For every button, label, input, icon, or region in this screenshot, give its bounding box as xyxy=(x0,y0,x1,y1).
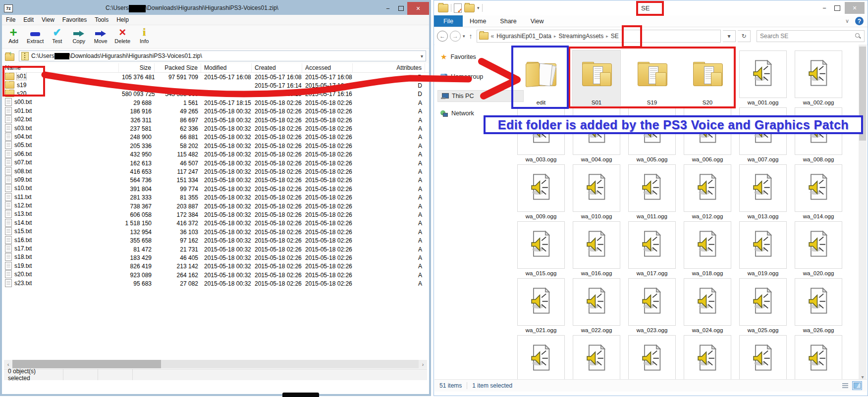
column-header-name[interactable]: Name xyxy=(2,63,119,72)
table-row[interactable]: s09.txt564 736151 3342015-05-18 00:32201… xyxy=(2,176,429,185)
horizontal-scrollbar[interactable]: ‹ › xyxy=(4,360,427,368)
grid-item-wa_018.ogg[interactable]: wa_018.ogg xyxy=(684,221,731,276)
tab-share[interactable]: Share xyxy=(493,15,523,27)
grid-item-wa_013.ogg[interactable]: wa_013.ogg xyxy=(739,164,787,219)
table-row[interactable]: s07.txt162 61346 5072015-05-18 00:322015… xyxy=(2,159,429,167)
grid-item-wa_010.ogg[interactable]: wa_010.ogg xyxy=(573,164,620,219)
menu-item-view[interactable]: View xyxy=(42,16,54,23)
copy-button[interactable]: Copy xyxy=(70,26,87,44)
minimize-button[interactable]: − xyxy=(819,2,830,13)
folder-icon[interactable] xyxy=(438,4,448,12)
grid-item-wa_016.ogg[interactable]: wa_016.ogg xyxy=(573,221,620,276)
address-dropdown-icon[interactable]: ▾ xyxy=(723,30,736,42)
file-list-header[interactable]: NameSizePacked SizeModifiedCreatedAccess… xyxy=(2,63,429,73)
grid-item[interactable] xyxy=(628,335,676,381)
sevenzip-titlebar[interactable]: 7z C:\Users\Downloads\Higurashi\Higurash… xyxy=(2,2,429,15)
maximize-button[interactable] xyxy=(394,2,407,15)
grid-item-wa_014.ogg[interactable]: wa_014.ogg xyxy=(795,164,842,219)
table-row[interactable]: s00.txt29 6881 5612015-05-17 18:152015-0… xyxy=(2,99,429,107)
breadcrumb[interactable]: « HigurashiEp01_Data▸StreamingAssets▸SE xyxy=(477,30,721,43)
grid-item-wa_012.ogg[interactable]: wa_012.ogg xyxy=(684,164,731,219)
recent-locations-icon[interactable]: ▾ xyxy=(463,34,465,39)
table-row[interactable]: s10.txt391 80499 7742015-05-18 00:322015… xyxy=(2,185,429,193)
column-header-size[interactable]: Size xyxy=(119,63,155,72)
table-row[interactable]: s11.txt281 33381 3552015-05-18 00:322015… xyxy=(2,193,429,201)
refresh-icon[interactable]: ↻ xyxy=(738,30,751,42)
grid-item-wa_024.ogg[interactable]: wa_024.ogg xyxy=(684,278,731,333)
back-button[interactable]: ← xyxy=(437,31,448,42)
grid-item-wa_019.ogg[interactable]: wa_019.ogg xyxy=(739,221,787,276)
explorer-titlebar[interactable]: ▾ SE − × xyxy=(434,0,868,15)
properties-icon[interactable] xyxy=(454,3,462,13)
details-view-button[interactable] xyxy=(840,381,850,390)
grid-item[interactable] xyxy=(739,335,787,381)
grid-item-wa_021.ogg[interactable]: wa_021.ogg xyxy=(517,278,565,333)
info-button[interactable]: iInfo xyxy=(136,26,153,44)
table-row[interactable]: s17.txt81 47221 7312015-05-18 00:322015-… xyxy=(2,245,429,253)
test-button[interactable]: ✔Test xyxy=(49,26,65,44)
breadcrumb-item-higurashiep01_data[interactable]: HigurashiEp01_Data xyxy=(496,33,551,40)
vertical-scrollbar[interactable]: ▾ xyxy=(859,45,867,381)
table-row[interactable]: s15.txt132 95436 1032015-05-18 00:322015… xyxy=(2,228,429,236)
tab-view[interactable]: View xyxy=(524,15,551,27)
grid-item[interactable] xyxy=(795,335,842,381)
grid-item[interactable] xyxy=(684,335,731,381)
maximize-button[interactable] xyxy=(832,2,843,13)
sidebar-item-network[interactable]: Network xyxy=(440,108,474,119)
table-row[interactable]: s02.txt326 31186 6972015-05-18 00:322015… xyxy=(2,116,429,124)
breadcrumb-item-se[interactable]: SE xyxy=(611,33,619,40)
table-row[interactable]: s05.txt205 33658 2022015-05-18 00:322015… xyxy=(2,142,429,150)
table-row[interactable]: s20580 093 725543 383 9662015-05-17 16:1… xyxy=(2,90,429,99)
forward-button[interactable]: → xyxy=(450,31,461,42)
search-input[interactable]: Search SE xyxy=(757,30,865,42)
archive-path-combobox[interactable]: C:\Users\Downloads\Higurashi\HigurashiPS… xyxy=(19,50,426,61)
tab-file[interactable]: File xyxy=(434,15,463,27)
sidebar-item-this-pc[interactable]: This PC xyxy=(437,90,524,102)
grid-item-wa_025.ogg[interactable]: wa_025.ogg xyxy=(739,278,787,333)
add-button[interactable]: +Add xyxy=(5,26,22,44)
table-row[interactable]: s08.txt416 653117 2472015-05-18 00:32201… xyxy=(2,167,429,176)
column-header-accessed[interactable]: Accessed xyxy=(302,63,353,72)
scrollbar-thumb[interactable] xyxy=(12,360,161,368)
table-row[interactable]: s19.txt826 419213 1422015-05-18 00:32201… xyxy=(2,262,429,271)
grid-item-wa_017.ogg[interactable]: wa_017.ogg xyxy=(628,221,676,276)
tab-home[interactable]: Home xyxy=(463,15,493,27)
large-icons-view-button[interactable] xyxy=(852,381,862,390)
grid-item[interactable] xyxy=(573,335,620,381)
column-header-modified[interactable]: Modified xyxy=(201,63,252,72)
help-icon[interactable]: ? xyxy=(855,17,864,25)
close-button[interactable]: × xyxy=(407,2,429,15)
table-row[interactable]: s04.txt248 90066 8812015-05-18 00:322015… xyxy=(2,133,429,142)
new-folder-icon[interactable] xyxy=(464,4,475,12)
column-header-attributes[interactable]: Attributes xyxy=(353,63,425,72)
menu-item-file[interactable]: File xyxy=(6,16,15,23)
move-button[interactable]: Move xyxy=(92,26,109,44)
sidebar-item-homegroup[interactable]: Homegroup xyxy=(440,71,483,82)
grid-item-wa_011.ogg[interactable]: wa_011.ogg xyxy=(628,164,676,219)
grid-item-s19[interactable]: S19 xyxy=(628,50,676,105)
grid-item-wa_001.ogg[interactable]: wa_001.ogg xyxy=(739,50,787,105)
scroll-right-icon[interactable]: › xyxy=(419,361,427,367)
grid-item-wa_002.ogg[interactable]: wa_002.ogg xyxy=(795,50,842,105)
combobox-dropdown-icon[interactable]: ▾ xyxy=(419,53,425,59)
table-row[interactable]: s06.txt432 950115 4822015-05-18 00:32201… xyxy=(2,150,429,159)
grid-item-wa_015.ogg[interactable]: wa_015.ogg xyxy=(517,221,565,276)
table-row[interactable]: s01.txt186 91649 2652015-05-18 00:322015… xyxy=(2,107,429,116)
breadcrumb-overflow-icon[interactable]: « xyxy=(491,33,494,40)
table-row[interactable]: s12.txt738 367203 8872015-05-18 00:32201… xyxy=(2,202,429,210)
close-button[interactable]: × xyxy=(845,2,865,14)
grid-item-wa_009.ogg[interactable]: wa_009.ogg xyxy=(517,164,565,219)
grid-item-s01[interactable]: S01 xyxy=(573,50,620,105)
menu-item-help[interactable]: Help xyxy=(116,16,129,23)
delete-button[interactable]: ×Delete xyxy=(114,26,131,44)
table-row[interactable]: s20.txt923 089264 1622015-05-18 00:32201… xyxy=(2,271,429,279)
grid-item-wa_022.ogg[interactable]: wa_022.ogg xyxy=(573,278,620,333)
table-row[interactable]: s192015-05-17 16:142015-05-17 16:15D xyxy=(2,81,429,90)
grid-item-wa_026.ogg[interactable]: wa_026.ogg xyxy=(795,278,842,333)
table-row[interactable]: s01105 376 48197 591 7092015-05-17 16:08… xyxy=(2,73,429,81)
table-row[interactable]: s03.txt237 58162 3362015-05-18 00:322015… xyxy=(2,124,429,133)
sidebar-item-favorites[interactable]: ★Favorites xyxy=(440,51,476,62)
grid-item[interactable] xyxy=(517,335,565,381)
column-header-packed-size[interactable]: Packed Size xyxy=(155,63,201,72)
grid-item-s20[interactable]: S20 xyxy=(684,50,731,105)
